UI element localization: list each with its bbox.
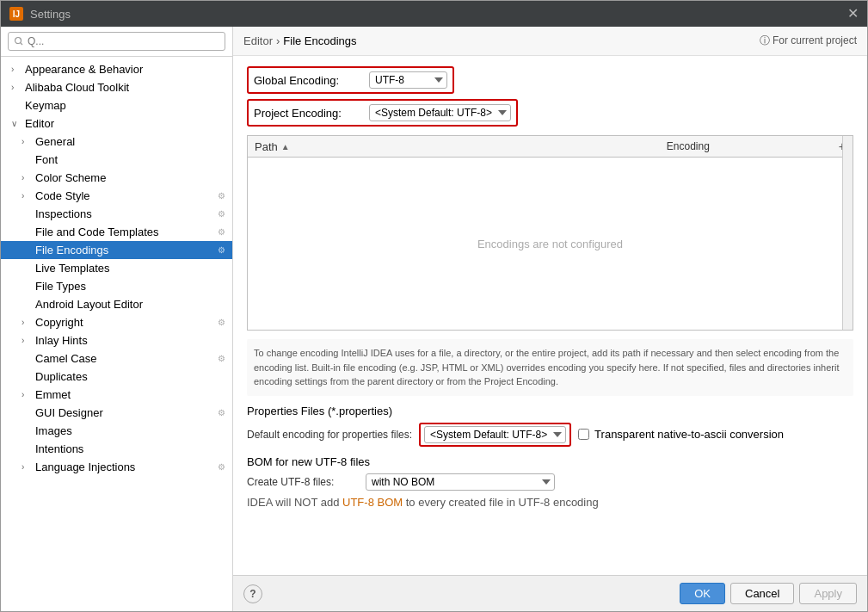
settings-badge-icon: ⚙ — [218, 408, 225, 417]
sidebar-item-label: File Types — [35, 280, 86, 293]
dialog-buttons: OK Cancel Apply — [680, 583, 857, 604]
table-empty-state: Encodings are not configured — [248, 158, 853, 330]
breadcrumb: Editor › File Encodings — [243, 34, 357, 47]
sidebar-item-label: Inspections — [35, 207, 92, 220]
sort-arrow-icon: ▲ — [281, 142, 290, 151]
chevron-right-icon: › — [22, 318, 32, 327]
empty-text: Encodings are not configured — [477, 238, 623, 250]
sidebar-item-colorscheme[interactable]: › Color Scheme — [1, 169, 232, 187]
sidebar-item-intentions[interactable]: Intentions — [1, 440, 232, 458]
search-box — [1, 27, 232, 57]
sidebar-item-appearance[interactable]: › Appearance & Behavior — [1, 60, 232, 78]
sidebar-item-label: Live Templates — [35, 262, 109, 275]
chevron-right-icon: › — [22, 173, 32, 182]
sidebar-item-label: GUI Designer — [35, 406, 103, 419]
sidebar-item-label: Editor — [25, 117, 54, 130]
sidebar-item-label: Color Scheme — [35, 171, 106, 184]
transparent-conversion-checkbox[interactable] — [578, 429, 589, 440]
settings-tree: › Appearance & Behavior › Alibaba Cloud … — [1, 57, 232, 611]
create-utf8-select[interactable]: with NO BOM with BOM — [366, 473, 555, 491]
sidebar-item-androidlayout[interactable]: Android Layout Editor — [1, 295, 232, 313]
settings-badge-icon: ⚙ — [218, 227, 225, 237]
sidebar-item-filetypes[interactable]: File Types — [1, 277, 232, 295]
sidebar-item-label: Code Style — [35, 189, 90, 202]
bottom-bar: ? OK Cancel Apply — [233, 575, 867, 611]
path-encoding-table: Path ▲ Encoding + Encodings are not conf… — [247, 135, 853, 331]
breadcrumb-separator: › — [276, 34, 280, 47]
chevron-right-icon: › — [11, 83, 22, 92]
for-project-link[interactable]: ⓘ For current project — [760, 34, 857, 48]
sidebar-item-label: Copyright — [35, 316, 83, 329]
search-input[interactable] — [8, 32, 225, 51]
settings-badge-icon: ⚙ — [218, 209, 225, 219]
project-encoding-select[interactable]: <System Default: UTF-8> UTF-8 — [369, 104, 511, 121]
panel-body: Global Encoding: UTF-8 UTF-16 ISO-8859-1… — [233, 56, 867, 575]
sidebar-item-general[interactable]: › General — [1, 133, 232, 151]
sidebar-item-guidesigner[interactable]: GUI Designer ⚙ — [1, 404, 232, 422]
bom-note-prefix: IDEA will NOT add — [247, 496, 342, 509]
chevron-right-icon: › — [22, 137, 32, 146]
sidebar-item-label: File and Code Templates — [35, 226, 159, 238]
chevron-right-icon: › — [22, 462, 32, 472]
table-scrollbar[interactable] — [842, 136, 853, 330]
sidebar-item-copyright[interactable]: › Copyright ⚙ — [1, 313, 232, 331]
window-title: Settings — [30, 8, 71, 21]
sidebar-item-label: Images — [35, 424, 72, 437]
sidebar-item-inlayhints[interactable]: › Inlay Hints — [1, 331, 232, 349]
sidebar-item-inspections[interactable]: Inspections ⚙ — [1, 205, 232, 223]
help-button[interactable]: ? — [243, 584, 262, 603]
app-icon: IJ — [9, 7, 23, 21]
settings-badge-icon: ⚙ — [218, 354, 225, 363]
default-encoding-select[interactable]: <System Default: UTF-8> UTF-8 — [424, 426, 566, 443]
project-encoding-row: Project Encoding: <System Default: UTF-8… — [247, 99, 853, 127]
chevron-right-icon: › — [22, 390, 32, 399]
sidebar-item-camelcase[interactable]: Camel Case ⚙ — [1, 349, 232, 368]
sidebar-item-label: Alibaba Cloud Toolkit — [25, 81, 129, 94]
sidebar-item-editor[interactable]: ∨ Editor — [1, 114, 232, 133]
sidebar-item-emmet[interactable]: › Emmet — [1, 386, 232, 404]
default-encoding-label: Default encoding for properties files: — [247, 429, 412, 441]
global-encoding-select[interactable]: UTF-8 UTF-16 ISO-8859-1 — [369, 71, 447, 89]
bom-note-suffix: to every created file in UTF-8 encoding — [403, 496, 599, 509]
settings-window: IJ Settings ✕ › Appearance & Behavior › … — [0, 0, 868, 612]
path-column-header: Path ▲ — [255, 140, 667, 153]
close-button[interactable]: ✕ — [847, 7, 859, 21]
project-encoding-label: Project Encoding: — [254, 107, 366, 120]
sidebar-item-languageinjections[interactable]: › Language Injections ⚙ — [1, 458, 232, 476]
sidebar-item-alibaba[interactable]: › Alibaba Cloud Toolkit — [1, 78, 232, 96]
help-section: ? — [243, 584, 262, 603]
transparent-conversion-label: Transparent native-to-ascii conversion — [594, 428, 784, 441]
title-bar-left: IJ Settings — [9, 7, 71, 21]
content-area: › Appearance & Behavior › Alibaba Cloud … — [1, 27, 867, 611]
properties-section-title: Properties Files (*.properties) — [247, 405, 853, 417]
sidebar-item-font[interactable]: Font — [1, 151, 232, 169]
sidebar-item-label: Inlay Hints — [35, 334, 88, 347]
create-utf8-row: Create UTF-8 files: with NO BOM with BOM — [247, 473, 853, 491]
sidebar-item-label: General — [35, 135, 75, 148]
settings-badge-icon: ⚙ — [218, 191, 225, 201]
properties-encoding-highlight: <System Default: UTF-8> UTF-8 — [419, 423, 571, 447]
bom-section-title: BOM for new UTF-8 files — [247, 455, 853, 468]
bom-note-link: UTF-8 BOM — [342, 496, 403, 509]
sidebar-item-codestyle[interactable]: › Code Style ⚙ — [1, 187, 232, 205]
ok-button[interactable]: OK — [680, 583, 725, 604]
chevron-right-icon: › — [22, 336, 32, 345]
transparent-conversion-row: Transparent native-to-ascii conversion — [578, 428, 784, 441]
project-encoding-highlight: Project Encoding: <System Default: UTF-8… — [247, 99, 518, 127]
panel-header: Editor › File Encodings ⓘ For current pr… — [233, 27, 867, 56]
sidebar-item-livetemplates[interactable]: Live Templates — [1, 259, 232, 277]
settings-badge-icon: ⚙ — [218, 462, 225, 472]
sidebar-item-keymap[interactable]: Keymap — [1, 96, 232, 114]
sidebar-item-duplicates[interactable]: Duplicates — [1, 368, 232, 386]
cancel-button[interactable]: Cancel — [730, 583, 794, 604]
sidebar-item-images[interactable]: Images — [1, 422, 232, 440]
sidebar-item-label: File Encodings — [35, 244, 108, 257]
sidebar-item-filecodetemplates[interactable]: File and Code Templates ⚙ — [1, 223, 232, 241]
global-encoding-row: Global Encoding: UTF-8 UTF-16 ISO-8859-1 — [247, 66, 853, 94]
apply-button[interactable]: Apply — [799, 583, 857, 604]
sidebar-item-label: Font — [35, 153, 58, 166]
title-bar: IJ Settings ✕ — [1, 1, 867, 27]
chevron-down-icon: ∨ — [11, 119, 22, 128]
table-header: Path ▲ Encoding + — [248, 136, 853, 158]
sidebar-item-fileencodings[interactable]: File Encodings ⚙ — [1, 241, 232, 259]
